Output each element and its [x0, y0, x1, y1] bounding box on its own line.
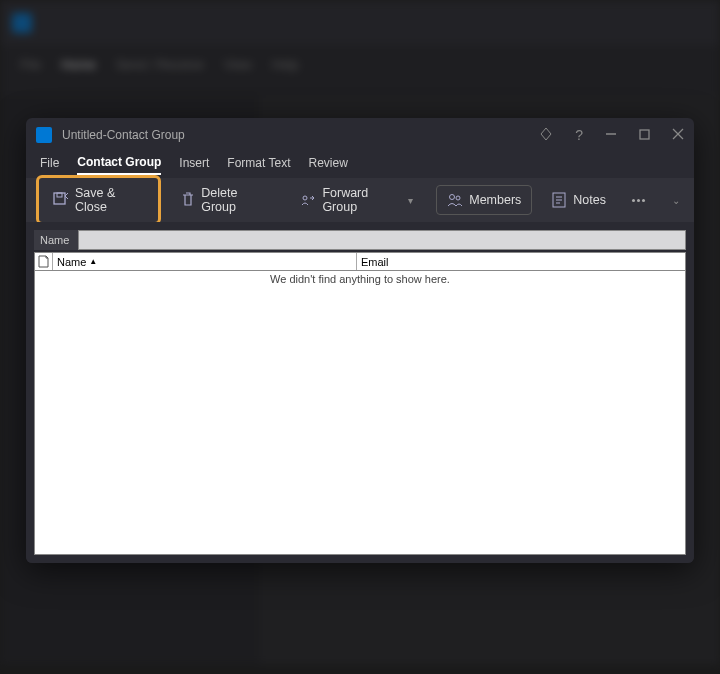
members-icon: [447, 192, 463, 208]
delete-group-label: Delete Group: [201, 186, 270, 214]
svg-point-10: [456, 196, 460, 200]
ribbon-collapse-button[interactable]: ⌄: [668, 191, 684, 210]
chevron-down-icon: ▾: [404, 191, 417, 210]
members-label: Members: [469, 193, 521, 207]
minimize-button[interactable]: [605, 127, 617, 143]
ribbon: Save & Close Delete Group Forward Group …: [26, 178, 694, 222]
titlebar: Untitled - Contact Group ?: [26, 118, 694, 152]
svg-point-9: [450, 195, 455, 200]
empty-list-message: We didn't find anything to show here.: [35, 271, 685, 285]
save-close-button[interactable]: Save & Close: [36, 175, 161, 225]
outlook-icon: [36, 127, 52, 143]
save-close-label: Save & Close: [75, 186, 144, 214]
notes-icon: [551, 192, 567, 208]
tab-review[interactable]: Review: [309, 156, 348, 174]
column-icon[interactable]: [35, 253, 53, 270]
window-title-left: Untitled: [62, 128, 103, 142]
tab-insert[interactable]: Insert: [179, 156, 209, 174]
more-commands-button[interactable]: [625, 192, 652, 209]
help-icon[interactable]: ?: [575, 127, 583, 143]
forward-icon: [300, 192, 316, 208]
group-name-input[interactable]: [78, 230, 686, 250]
diamond-icon[interactable]: [539, 127, 553, 144]
tab-file[interactable]: File: [40, 156, 59, 174]
save-icon: [53, 192, 69, 208]
tab-format-text[interactable]: Format Text: [227, 156, 290, 174]
sort-ascending-icon: ▲: [89, 257, 97, 266]
trash-icon: [180, 192, 195, 208]
column-email-label: Email: [361, 256, 389, 268]
close-button[interactable]: [672, 127, 684, 143]
column-name-header[interactable]: Name ▲: [53, 253, 357, 270]
notes-button[interactable]: Notes: [540, 185, 617, 215]
svg-rect-4: [54, 193, 65, 204]
svg-point-8: [303, 196, 307, 200]
svg-rect-1: [640, 130, 649, 139]
members-list: Name ▲ Email We didn't find anything to …: [34, 252, 686, 555]
delete-group-button[interactable]: Delete Group: [169, 179, 281, 221]
contact-group-window: Untitled - Contact Group ? File Contact …: [26, 118, 694, 563]
tab-contact-group[interactable]: Contact Group: [77, 155, 161, 175]
notes-label: Notes: [573, 193, 606, 207]
ellipsis-icon: [632, 199, 645, 202]
maximize-button[interactable]: [639, 127, 650, 143]
column-email-header[interactable]: Email: [357, 253, 685, 270]
forward-group-button[interactable]: Forward Group ▾: [289, 179, 428, 221]
members-button[interactable]: Members: [436, 185, 532, 215]
window-title-right: Contact Group: [107, 128, 185, 142]
name-field-label: Name: [34, 230, 78, 250]
forward-group-label: Forward Group: [322, 186, 398, 214]
column-name-label: Name: [57, 256, 86, 268]
